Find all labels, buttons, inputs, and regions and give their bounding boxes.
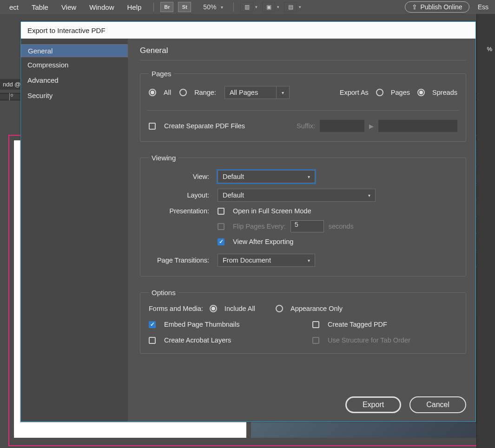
radio-icon	[276, 305, 283, 312]
transitions-select[interactable]: From Document▾	[218, 254, 315, 267]
radio-icon	[179, 89, 187, 96]
stock-icon[interactable]: St	[178, 2, 191, 12]
right-panel-dock[interactable]: %	[476, 14, 495, 448]
percent-label: %	[487, 46, 492, 53]
radio-icon	[210, 305, 217, 312]
seconds-label: seconds	[329, 223, 354, 230]
radio-all[interactable]: All	[149, 89, 171, 96]
divider	[153, 2, 154, 12]
document-tab[interactable]: ndd @	[0, 79, 24, 90]
bridge-icon[interactable]: Br	[160, 2, 173, 12]
flip-seconds-input: 5	[290, 220, 324, 232]
checkbox-create-separate[interactable]: Create Separate PDF Files	[149, 122, 245, 130]
export-interactive-pdf-dialog: Export to Interactive PDF General Compre…	[20, 21, 476, 422]
checkbox-icon	[312, 337, 319, 344]
range-select[interactable]: All Pages ▾	[224, 86, 290, 99]
layout-label: Layout:	[149, 191, 209, 199]
viewing-group: Viewing View: Default▾ Layout: Default▾ …	[140, 154, 466, 277]
dialog-buttons: Export Cancel	[345, 396, 466, 413]
upload-icon: ⇪	[412, 3, 417, 11]
checkbox-view-after[interactable]: View After Exporting	[218, 238, 293, 245]
chevron-down-icon: ▾	[282, 90, 284, 95]
pages-legend: Pages	[149, 70, 174, 78]
chevron-down-icon: ▾	[308, 258, 310, 263]
sidebar-item-general[interactable]: General	[21, 44, 128, 57]
suffix-input[interactable]	[320, 120, 364, 132]
view-mode-1-icon[interactable]: ▥	[240, 2, 253, 12]
checkbox-icon	[149, 321, 156, 328]
view-mode-2-icon[interactable]: ▣	[262, 2, 275, 12]
menu-table[interactable]: Table	[26, 1, 54, 13]
zoom-level[interactable]: 50%▾	[199, 2, 227, 12]
publish-online-button[interactable]: ⇪ Publish Online	[405, 1, 469, 13]
radio-icon	[376, 89, 383, 96]
sidebar-item-advanced[interactable]: Advanced	[21, 72, 128, 88]
menubar: ect Table View Window Help Br St 50%▾ ▥▾…	[0, 0, 495, 14]
play-icon[interactable]: ▶	[369, 123, 374, 130]
radio-appearance-only[interactable]: Appearance Only	[276, 305, 343, 312]
checkbox-structure-tab-order: Use Structure for Tab Order	[312, 336, 457, 344]
section-heading: General	[140, 46, 466, 55]
radio-include-all[interactable]: Include All	[210, 305, 255, 312]
dialog-sidebar: General Compression Advanced Security	[21, 39, 128, 422]
layout-select[interactable]: Default▾	[218, 189, 376, 202]
chevron-down-icon: ▾	[368, 193, 370, 198]
forms-media-label: Forms and Media:	[149, 305, 203, 312]
options-legend: Options	[149, 289, 178, 296]
checkbox-icon	[218, 208, 224, 215]
menu-object[interactable]: ect	[4, 1, 24, 13]
export-as-label: Export As	[340, 89, 369, 96]
checkbox-fullscreen[interactable]: Open in Full Screen Mode	[218, 207, 311, 215]
export-button[interactable]: Export	[345, 396, 401, 413]
presentation-label: Presentation:	[149, 207, 209, 215]
divider	[233, 2, 234, 12]
radio-pages[interactable]: Pages	[376, 89, 410, 96]
menu-help[interactable]: Help	[121, 1, 147, 13]
radio-range[interactable]: Range:	[179, 89, 216, 96]
checkbox-acrobat-layers[interactable]: Create Acrobat Layers	[149, 336, 294, 344]
radio-icon	[417, 89, 425, 96]
dialog-title: Export to Interactive PDF	[21, 22, 475, 39]
view-mode-3-icon[interactable]: ▤	[284, 2, 297, 12]
sidebar-item-security[interactable]: Security	[21, 88, 128, 103]
divider	[140, 60, 466, 60]
cancel-button[interactable]: Cancel	[409, 396, 466, 413]
checkbox-flip-pages: Flip Pages Every:	[218, 223, 286, 230]
menu-window[interactable]: Window	[84, 1, 119, 13]
suffix-label: Suffix:	[297, 122, 315, 130]
checkbox-icon	[312, 321, 319, 328]
divider	[147, 110, 459, 111]
dialog-main: General Pages All Range: All Pages	[128, 39, 475, 422]
viewing-legend: Viewing	[149, 154, 178, 162]
checkbox-embed-thumbnails[interactable]: Embed Page Thumbnails	[149, 321, 294, 328]
checkbox-icon	[218, 238, 224, 245]
checkbox-icon	[149, 337, 156, 344]
menu-view[interactable]: View	[56, 1, 82, 13]
options-group: Options Forms and Media: Include All App…	[140, 289, 466, 354]
view-label: View:	[149, 173, 209, 180]
checkbox-icon	[218, 223, 224, 230]
workspace-label[interactable]: Ess	[478, 3, 491, 11]
pages-group: Pages All Range: All Pages ▾	[140, 70, 466, 142]
radio-spreads[interactable]: Spreads	[417, 89, 457, 96]
view-select[interactable]: Default▾	[218, 170, 315, 183]
ruler-tick: 0	[9, 93, 13, 100]
suffix-preview	[378, 120, 457, 132]
chevron-down-icon: ▾	[308, 174, 310, 179]
checkbox-icon	[149, 123, 156, 130]
transitions-label: Page Transitions:	[149, 257, 209, 264]
radio-icon	[149, 89, 156, 96]
sidebar-item-compression[interactable]: Compression	[21, 57, 128, 72]
checkbox-tagged-pdf[interactable]: Create Tagged PDF	[312, 321, 457, 328]
